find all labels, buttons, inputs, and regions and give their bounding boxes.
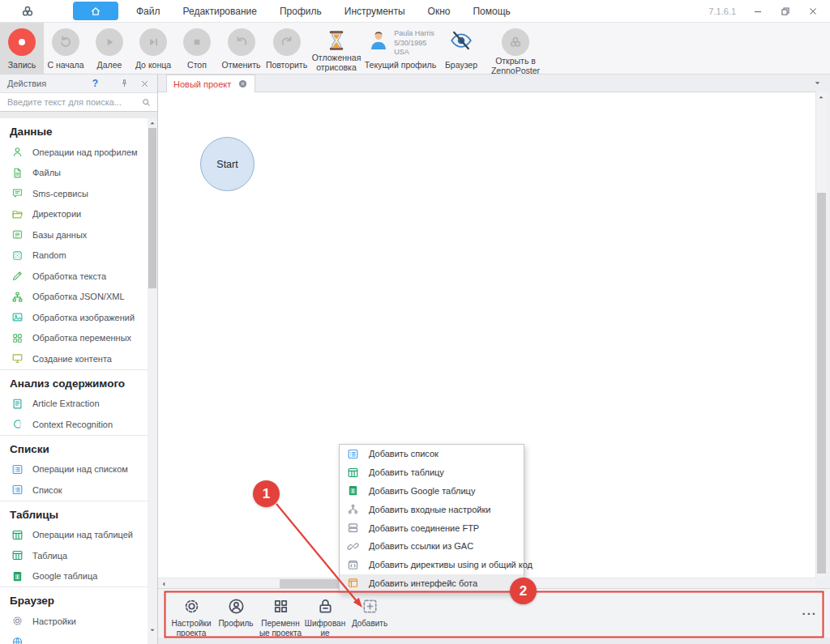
restore-icon[interactable] — [780, 6, 791, 17]
vertical-scrollbar[interactable] — [815, 92, 827, 578]
sidebar-item[interactable] — [0, 632, 148, 644]
sidebar-item[interactable]: Random — [0, 245, 148, 267]
sidebar-item-label: Обработка JSON/XML — [32, 292, 125, 301]
menubar-item[interactable]: Помощь — [473, 6, 510, 17]
grid4-icon — [272, 597, 290, 616]
sidebar-item[interactable]: Файлы — [0, 163, 148, 184]
sidebar-item[interactable]: Операции над таблицей — [0, 525, 148, 546]
sidebar-item[interactable]: Обработка переменных — [0, 328, 148, 349]
start-node-label: Start — [216, 159, 237, 170]
tab-new-project[interactable]: Новый проект — [166, 75, 255, 92]
toolbar-stop-button[interactable]: Стоп — [175, 23, 219, 74]
context-menu-item[interactable]: Добавить соединение FTP — [340, 518, 524, 537]
sidebar-item[interactable]: Google таблица — [0, 566, 148, 587]
file-icon — [11, 167, 24, 179]
toolbar-next-button[interactable]: Далее — [88, 23, 131, 74]
toolbar-button-label: Отложенная отрисовка — [310, 53, 363, 77]
toolbar-undo-button[interactable]: Отменить — [219, 23, 263, 74]
bottombar-add-button[interactable]: Добавить — [348, 595, 391, 638]
context-menu-item[interactable]: Добавить таблицу — [340, 463, 524, 482]
sidebar-item[interactable]: Директории — [0, 204, 148, 225]
toolbar-restart-button[interactable]: С начала — [44, 23, 88, 74]
context-menu-item[interactable]: Добавить Google таблицу — [340, 482, 524, 501]
pin-icon[interactable] — [119, 79, 130, 89]
scroll-up-icon[interactable] — [148, 119, 156, 127]
context-menu-item[interactable]: Добавить ссылки из GAC — [340, 537, 524, 556]
toolbar-button-label: Далее — [97, 60, 122, 74]
tab-close-icon[interactable] — [237, 79, 248, 89]
eye-slash-icon — [449, 28, 473, 53]
more-options-button[interactable]: ... — [802, 603, 817, 617]
sidebar-item-label: Обработка переменных — [32, 333, 131, 343]
gsheet-icon — [11, 570, 24, 582]
bottombar-project-variables-button[interactable]: Переменные проекта — [259, 595, 302, 638]
sidebar-item[interactable]: Базы данных — [0, 224, 148, 245]
sidebar-item-label: Таблица — [32, 551, 67, 561]
tab-label: Новый проект — [173, 79, 231, 89]
profile-dob: 5/30/1995 — [394, 39, 434, 49]
context-menu-item[interactable]: Добавить входные настройки — [340, 500, 524, 518]
help-icon[interactable]: ? — [92, 78, 98, 89]
sidebar-item[interactable]: Обработка текста — [0, 266, 148, 287]
menubar-item[interactable]: Инструменты — [344, 6, 405, 17]
sidebar-item[interactable]: Настройки — [0, 611, 148, 632]
toolbar-open-in-zennoposter-button[interactable]: Открыть в ZennoPoster — [485, 23, 546, 74]
toolbar-current-profile-button[interactable]: Paula Harris5/30/1995USAТекущий профиль — [363, 23, 438, 74]
tab-list-caret-icon[interactable] — [813, 79, 822, 87]
database-icon — [11, 228, 24, 241]
toolbar-button-label: С начала — [47, 60, 83, 74]
bottombar-project-settings-button[interactable]: Настройки проекта — [169, 595, 213, 638]
bottombar-profile-button[interactable]: Профиль — [214, 595, 258, 638]
context-menu-item-label: Добавить директивы using и общий код — [369, 560, 533, 569]
sidebar-item[interactable]: Создание контента — [0, 348, 148, 369]
person-circle-icon — [227, 597, 246, 616]
menubar-item[interactable]: Профиль — [280, 6, 322, 17]
skip-end-icon — [139, 28, 167, 56]
restart-icon — [52, 28, 79, 56]
context-menu-item[interactable]: Добавить список — [340, 445, 524, 463]
home-button[interactable] — [73, 2, 118, 20]
sidebar-item[interactable]: Обработка JSON/XML — [0, 287, 148, 308]
sidebar-item[interactable]: Обработка изображений — [0, 307, 148, 328]
scroll-up-icon[interactable] — [817, 93, 825, 101]
link-icon — [347, 540, 359, 552]
sidebar-item-label: Random — [32, 250, 66, 260]
menubar-item[interactable]: Файл — [136, 6, 160, 17]
scroll-left-icon[interactable] — [160, 580, 168, 588]
toolbar-redo-button[interactable]: Повторить — [263, 23, 310, 74]
minimize-icon[interactable] — [752, 6, 764, 17]
sidebar-item-label: Article Extraction — [32, 399, 100, 408]
list-icon — [11, 463, 24, 476]
scrollbar-thumb[interactable] — [148, 128, 156, 288]
context-menu-item[interactable]: Добавить директивы using и общий код — [340, 556, 524, 574]
sidebar-item[interactable]: Sms-сервисы — [0, 183, 148, 204]
search-input[interactable] — [6, 96, 138, 108]
sidebar-item[interactable]: Таблица — [0, 545, 148, 566]
gear-icon — [11, 615, 24, 627]
sidebar-item[interactable]: Операции над профилем — [0, 142, 148, 163]
toolbar-button-label: Стоп — [187, 60, 207, 74]
sidebar-item[interactable]: Context Recognition — [0, 414, 148, 435]
scroll-down-icon[interactable] — [148, 626, 156, 634]
toolbar-to-end-button[interactable]: До конца — [131, 23, 175, 74]
sidebar-item[interactable]: Операции над списком — [0, 459, 148, 480]
search-icon[interactable] — [141, 97, 152, 108]
close-panel-icon[interactable] — [139, 79, 150, 89]
pencil-icon — [11, 270, 24, 282]
toolbar-record-button[interactable]: Запись — [0, 23, 44, 74]
close-icon[interactable] — [807, 6, 819, 17]
sidebar-scrollbar[interactable] — [148, 118, 157, 644]
menubar-item[interactable]: Редактирование — [183, 6, 257, 17]
sidebar-item[interactable]: Article Extraction — [0, 394, 148, 415]
start-node[interactable]: Start — [200, 137, 255, 191]
menubar-item[interactable]: Окно — [428, 6, 451, 17]
sidebar-item[interactable]: Список — [0, 480, 148, 501]
scrollbar-thumb[interactable] — [817, 193, 826, 574]
toolbar-deferred-render-button[interactable]: Отложенная отрисовка — [310, 23, 363, 74]
context-menu-item[interactable]: Добавить интерфейс бота — [340, 574, 524, 593]
toolbar-browser-button[interactable]: Браузер — [438, 23, 485, 74]
context-icon — [11, 418, 24, 430]
grid-icon — [11, 332, 24, 344]
bottombar-encryption-button[interactable]: Шифрование — [303, 595, 347, 638]
input-settings-icon — [347, 503, 359, 515]
